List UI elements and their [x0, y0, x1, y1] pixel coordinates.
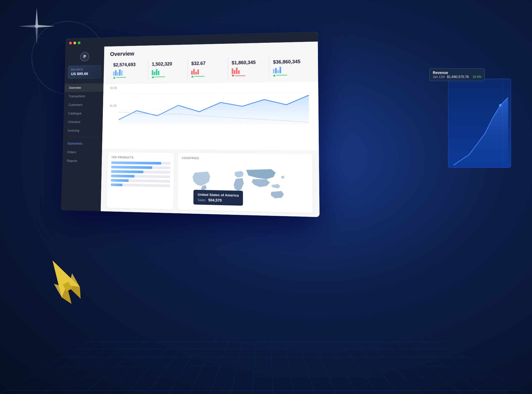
- revenue-tooltip: Revenue Jan 11th $1,690,570.76 19.4%: [429, 68, 485, 81]
- metric-card-4: $36,860,345: [269, 56, 311, 79]
- product-bar-row-1: [111, 166, 170, 169]
- metric-card-2: $32.67: [188, 58, 228, 80]
- map-tooltip-row: Sales 504,570: [198, 198, 239, 203]
- map-tooltip-label: Sales: [198, 198, 205, 202]
- sidebar-item-catalogue[interactable]: Catalogue: [64, 109, 103, 118]
- sidebar-item-customers[interactable]: Customers: [64, 100, 103, 109]
- tooltip-title: Revenue: [433, 71, 481, 75]
- sidebar-item-reports[interactable]: Reports: [62, 157, 102, 166]
- window-dot-red: [69, 41, 72, 44]
- sidebar-item-invoicing[interactable]: Invoicing: [63, 126, 103, 135]
- logo-icon: P: [80, 52, 89, 62]
- countries-card: COUNTRIES: [178, 153, 313, 213]
- metric-sparkline-1: [152, 67, 184, 75]
- metric-sparkline-3: [232, 66, 265, 74]
- tooltip-value: $1,690,570.76: [447, 75, 469, 79]
- sidebar-item-transactions[interactable]: Transactions: [64, 92, 103, 101]
- nav-divider: [66, 137, 99, 137]
- product-bar-row-4: [111, 179, 170, 183]
- page-title: Overview: [110, 46, 311, 57]
- metric-trend-1: [152, 76, 184, 78]
- metric-card-3: $1,860,345: [228, 57, 269, 80]
- sidebar-logo: P: [65, 47, 104, 66]
- product-bar-row-5: [111, 183, 170, 187]
- svg-line-14: [119, 93, 312, 94]
- metric-value-2: $32.67: [191, 60, 224, 66]
- side-chart-decoration: [448, 79, 511, 168]
- metric-sparkline-0: [113, 68, 145, 76]
- sidebar-item-stylesheets[interactable]: Stylesheets: [63, 139, 102, 148]
- top-products-card: TOP PRODUCTS: [107, 152, 174, 210]
- product-bar-row-3: [111, 175, 170, 178]
- svg-marker-11: [454, 98, 508, 168]
- svg-point-4: [35, 25, 38, 28]
- metric-trend-4: [273, 74, 307, 76]
- map-tooltip-value: 504,570: [208, 198, 222, 203]
- window-dot-green: [78, 41, 80, 44]
- product-bar-row-0: [111, 161, 170, 165]
- sidebar: P Balance US $95.66 Overview Transaction…: [61, 47, 104, 211]
- chart-y-label-low: $1.0B: [110, 104, 116, 107]
- balance-value: US $95.66: [71, 71, 98, 76]
- metric-value-4: $36,860,345: [273, 59, 307, 65]
- metric-value-0: $2,574,693: [113, 62, 145, 68]
- metric-trend-3: [232, 74, 265, 77]
- metric-value-3: $1,860,345: [232, 60, 265, 66]
- sidebar-item-overview[interactable]: Overview: [65, 83, 104, 92]
- svg-point-12: [499, 104, 502, 107]
- revenue-chart-svg: [109, 84, 312, 125]
- map-tooltip-country: United States of America: [198, 193, 239, 198]
- countries-card-title: COUNTRIES: [182, 157, 308, 161]
- tooltip-date: Jan 11th: [433, 75, 445, 79]
- balance-card: Balance US $95.66: [68, 65, 101, 79]
- sidebar-item-checkout[interactable]: Checkout: [63, 118, 103, 126]
- map-tooltip: United States of America Sales 504,570: [193, 190, 243, 206]
- products-card-title: TOP PRODUCTS: [111, 156, 170, 159]
- metrics-row: $2,574,693 1,502,320: [104, 56, 318, 81]
- metric-sparkline-2: [191, 67, 224, 75]
- window-body: P Balance US $95.66 Overview Transaction…: [61, 42, 319, 217]
- metric-card-1: 1,502,320: [148, 58, 188, 81]
- dashboard-window: P Balance US $95.66 Overview Transaction…: [61, 32, 319, 217]
- balance-label: Balance: [71, 68, 98, 71]
- window-dot-yellow: [73, 41, 76, 44]
- chart-y-label-high: $2.0B: [110, 87, 117, 89]
- metric-value-1: 1,502,320: [152, 61, 184, 67]
- tooltip-pct: 19.4%: [472, 75, 481, 79]
- metric-trend-2: [191, 75, 224, 78]
- chart-area: $2.0B $1.0B: [102, 82, 319, 150]
- metric-card-0: $2,574,693: [109, 59, 148, 81]
- metric-trend-0: [113, 76, 144, 78]
- metric-sparkline-4: [273, 66, 307, 73]
- bottom-section: TOP PRODUCTS: [101, 149, 320, 217]
- sidebar-item-orders[interactable]: Orders: [63, 148, 102, 157]
- main-content: Overview $2,574,693: [101, 42, 320, 217]
- product-bar-row-2: [111, 170, 170, 174]
